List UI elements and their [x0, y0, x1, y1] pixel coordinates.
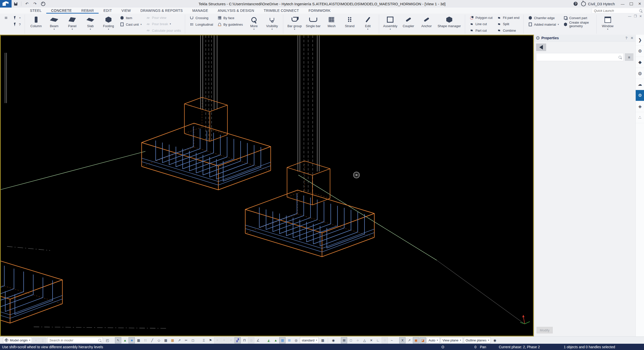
snap-reference-button[interactable]: ◎	[293, 337, 299, 343]
select-filter-1-button[interactable]: ⌗	[214, 337, 220, 343]
select-assemblies-button[interactable]: Ξ	[200, 337, 207, 343]
delete-button[interactable]: ▯	[39, 337, 46, 343]
tab-view[interactable]: VIEW	[117, 8, 136, 14]
ribbon-panel-button[interactable]: Panel▾	[63, 14, 81, 34]
ribbon-item-button[interactable]: Item	[118, 15, 143, 21]
ribbon-close-button[interactable]: ✕	[639, 14, 642, 18]
quick-launch-box[interactable]	[592, 8, 640, 13]
view-plane-select[interactable]: View plane▾	[441, 337, 463, 343]
ribbon-create-shape-geometry-button[interactable]: Create shape geometry	[562, 21, 593, 27]
shapes-pane-button[interactable]: ∴	[636, 112, 644, 123]
snap-nearest-button[interactable]: ⊹	[382, 337, 388, 343]
help-icon[interactable]: ?	[574, 2, 578, 6]
close-button[interactable]: ✕	[635, 0, 644, 7]
search-area-button[interactable]: ◰	[104, 337, 110, 343]
properties-pane-button[interactable]: ⚙	[636, 90, 644, 101]
modify-button[interactable]: Modify	[537, 327, 553, 333]
quick-launch-input[interactable]	[593, 9, 639, 13]
ribbon-added-material-button[interactable]: Added material▾	[527, 21, 560, 27]
ribbon-select-tool-button[interactable]: ▾	[12, 15, 22, 21]
ribbon-column-button[interactable]: Column	[27, 14, 45, 34]
select-phases-button[interactable]: ⚑	[207, 337, 214, 343]
smart-select-toggle[interactable]: ◉	[330, 337, 336, 343]
tab-formwork[interactable]: FORMWORK	[304, 8, 335, 14]
snap-points-button[interactable]: ⊠	[341, 337, 347, 343]
ribbon-beam-button[interactable]: Beam▾	[45, 14, 63, 34]
minimize-button[interactable]: —	[618, 0, 627, 7]
ribbon-split-button[interactable]: Split	[496, 21, 520, 27]
select-bolts-button[interactable]: ∠	[255, 337, 261, 343]
select-points-button[interactable]: ∷	[142, 337, 148, 343]
ribbon-combine-button[interactable]: Combine	[496, 28, 520, 33]
ribbon-pour-break-button[interactable]: Pour break▾	[145, 21, 182, 27]
snap-perpendicular-button[interactable]: ∟	[375, 337, 381, 343]
maximize-button[interactable]	[627, 0, 635, 7]
ribbon-context-help-button[interactable]: ?	[12, 21, 22, 27]
select-surfaces-button[interactable]: ▦	[135, 337, 142, 343]
ribbon-polygon-cut-button[interactable]: Polygon cut	[468, 15, 494, 21]
ribbon-shape-manager-button[interactable]: Shape manager	[435, 14, 463, 34]
select-cursor-button[interactable]: ↖	[115, 337, 121, 343]
ribbon-by-guidelines-button[interactable]: By guidelines	[216, 21, 244, 27]
snap-endpoints-button[interactable]: □	[348, 337, 354, 343]
ribbon-anchor-button[interactable]: Anchor	[417, 14, 435, 34]
search-in-model-input[interactable]	[47, 337, 103, 343]
properties-help-icon[interactable]: ?	[625, 36, 628, 40]
tab-trimble-connect[interactable]: TRIMBLE CONNECT	[259, 8, 304, 14]
snap-override-button[interactable]: Ⅹ	[399, 337, 406, 343]
ribbon-visibility-button[interactable]: Visibility▾	[263, 14, 281, 34]
select-grids-button[interactable]: ▦	[163, 337, 169, 343]
collapse-panel-button[interactable]: ❯	[636, 35, 644, 46]
cloud-button[interactable]: ☁	[636, 79, 644, 90]
ribbon-mesh-button[interactable]: Mesh	[323, 14, 341, 34]
ribbon-part-cut-button[interactable]: Part cut	[468, 28, 494, 33]
ribbon-by-face-button[interactable]: By face	[216, 15, 244, 21]
properties-back-button[interactable]	[536, 43, 546, 51]
select-filter-2-button[interactable]: ⌗	[221, 337, 227, 343]
ribbon-window-button[interactable]: Window▾	[599, 14, 617, 34]
ribbon-line-cut-button[interactable]: Line cut	[468, 21, 494, 27]
snap-depth-select[interactable]: Auto▾	[427, 337, 439, 343]
select-single-rebar-button[interactable]: ◎	[248, 337, 254, 343]
outline-planes-select[interactable]: Outline planes▾	[464, 337, 491, 343]
snap-midpoints-button[interactable]: △	[361, 337, 368, 343]
learning-button[interactable]: ◆	[636, 57, 644, 68]
ribbon-fit-part-end-button[interactable]: Fit part end	[496, 15, 520, 21]
model-origin-select[interactable]: Model origin▾	[3, 337, 32, 343]
components-pane-button[interactable]: ◈	[636, 101, 644, 112]
tab-analysis-design[interactable]: ANALYSIS & DESIGN	[213, 8, 259, 14]
online-button[interactable]: ◍	[636, 68, 644, 79]
select-rebar-sets-button[interactable]: Π	[241, 337, 248, 343]
ribbon-strand-button[interactable]: Strand	[341, 14, 359, 34]
select-cuts-button[interactable]: ✂	[183, 337, 189, 343]
snap-intersections-button[interactable]: ✕	[368, 337, 374, 343]
settings-help-button[interactable]: ⚙	[636, 46, 644, 57]
tab-edit[interactable]: EDIT	[99, 8, 117, 14]
ribbon-footing-button[interactable]: Footing▾	[99, 14, 117, 34]
ribbon-cast-unit-button[interactable]: Cast unit▾	[118, 21, 143, 27]
ribbon-chamfer-edge-button[interactable]: Chamfer edge	[527, 15, 560, 21]
ribbon-slab-button[interactable]: Slab▾	[81, 14, 99, 34]
properties-search-input[interactable]	[538, 55, 619, 59]
ribbon-main-menu-button[interactable]	[3, 15, 10, 21]
select-components-button[interactable]: ▲	[122, 337, 128, 343]
properties-list-button[interactable]: ≡	[625, 53, 633, 61]
ribbon-assembly-button[interactable]: Assembly▾	[381, 14, 399, 34]
select-grid-lines-button[interactable]: ▦	[169, 337, 176, 343]
properties-close-icon[interactable]: ✕	[630, 36, 633, 40]
ribbon-coupler-button[interactable]: Coupler	[399, 14, 417, 34]
ribbon-longitudinal-button[interactable]: Longitudinal	[188, 21, 214, 27]
properties-search-box[interactable]	[536, 53, 624, 61]
ribbon-minimize-button[interactable]: —	[628, 14, 631, 18]
search-in-model-input[interactable]	[49, 338, 98, 342]
add-button[interactable]: +	[33, 337, 39, 343]
snap-grid-button[interactable]: ▦	[319, 337, 326, 343]
ribbon-restore-button[interactable]: ❐	[634, 14, 637, 18]
snap-any-position-button[interactable]: ~	[388, 337, 395, 343]
select-lines-button[interactable]: ╱	[149, 337, 155, 343]
select-reinforcement-button[interactable]: ↗	[176, 337, 182, 343]
model-viewport-3d[interactable]	[0, 35, 534, 336]
ribbon-edit-button[interactable]: Edit▾	[359, 14, 377, 34]
select-pour-button[interactable]: ▞	[234, 337, 241, 343]
select-views-button[interactable]: ◻	[190, 337, 196, 343]
